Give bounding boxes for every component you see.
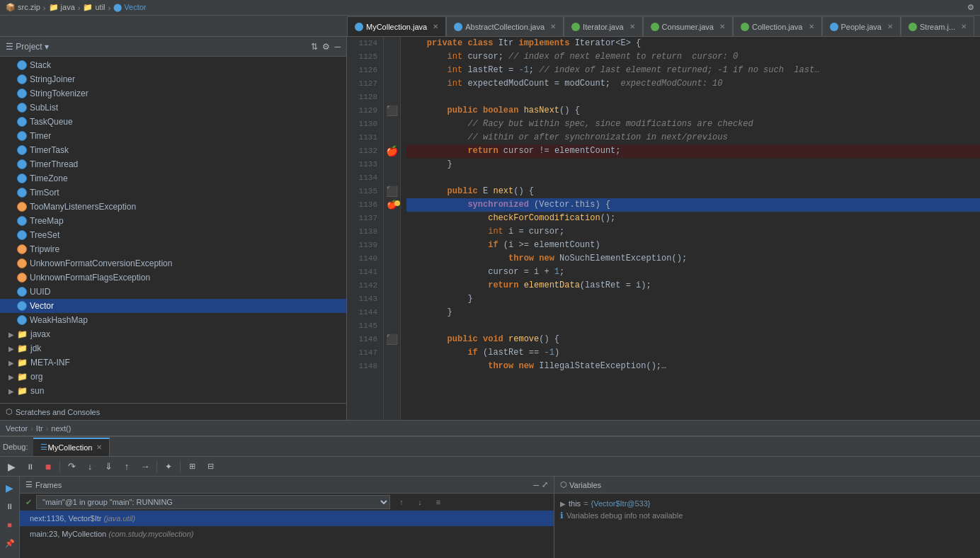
tab-abstractcollection[interactable]: AbstractCollection.java ✕: [446, 16, 564, 36]
frames-list: next:1136, Vector$Itr (java.util) main:2…: [20, 511, 554, 558]
tree-item-stringjoiner[interactable]: StringJoiner: [0, 72, 346, 86]
pause-side-icon[interactable]: ⏸: [1, 498, 18, 515]
tree-item-unknownformatconversionexception[interactable]: UnknownFormatConversionException: [0, 256, 346, 271]
tree-item-tripwire[interactable]: Tripwire: [0, 242, 346, 256]
tree-item-timer[interactable]: Timer: [0, 129, 346, 143]
tree-item-timertask[interactable]: TimerTask: [0, 143, 346, 157]
evaluate-button[interactable]: ✦: [160, 459, 177, 474]
run-to-cursor-button[interactable]: →: [137, 459, 154, 474]
tree-item-timsort[interactable]: TimSort: [0, 186, 346, 200]
class-icon: [17, 159, 27, 169]
tree-item-weakhashmap[interactable]: WeakHashMap: [0, 313, 346, 327]
folder-jdk[interactable]: ▶ 📁 jdk: [0, 341, 346, 355]
gutter-cell: [384, 319, 400, 333]
filter-icon[interactable]: ≡: [431, 495, 445, 509]
tab-close-stream[interactable]: ✕: [961, 23, 967, 30]
code-line: throw new IllegalStateException();…: [406, 360, 980, 373]
class-icon: [17, 188, 27, 198]
tree-item-sublist[interactable]: SubList: [0, 101, 346, 115]
tree-item-timerthread[interactable]: TimerThread: [0, 157, 346, 171]
sidebar-minimize-icon[interactable]: ─: [334, 42, 341, 52]
tree-item-treeset[interactable]: TreeSet: [0, 228, 346, 242]
step-out-button[interactable]: ↑: [118, 459, 135, 474]
tree-item-stack[interactable]: Stack: [0, 58, 346, 72]
scratches-bar[interactable]: ⬡ Scratches and Consoles: [0, 403, 346, 420]
tab-consumer[interactable]: Consumer.java ✕: [643, 16, 733, 36]
tab-iterator[interactable]: Iterator.java ✕: [564, 16, 642, 36]
settings-button2[interactable]: ⊟: [202, 459, 219, 474]
gutter-error-bp: 🍎: [384, 198, 400, 212]
frames-header: ☰ Frames ─ ⤢: [20, 477, 554, 494]
debug-tab-mycollection[interactable]: ☰ MyCollection ✕: [33, 438, 110, 456]
tree-item-timezone[interactable]: TimeZone: [0, 171, 346, 186]
tab-close-consumer[interactable]: ✕: [719, 23, 725, 30]
tree-item-vector[interactable]: Vector: [0, 299, 346, 313]
code-editor: 1124 1125 1126 1127 1128 1129 1130 1131 …: [347, 37, 980, 420]
gutter-bookmark3: ⬛: [384, 333, 400, 346]
code-line: }: [406, 292, 980, 306]
tree-item-label: TimerTask: [30, 145, 69, 155]
tab-people[interactable]: People.java ✕: [822, 16, 901, 36]
settings-icon[interactable]: ⚙: [967, 3, 974, 12]
restore-layout-button[interactable]: ⊞: [183, 459, 200, 474]
tree-item-label: Stack: [30, 60, 51, 70]
code-lines[interactable]: private class Itr implements Iterator<E>…: [401, 37, 980, 420]
tree-item-label: UnknownFormatFlagsException: [30, 273, 150, 283]
resume-side-icon[interactable]: ▶: [1, 479, 18, 496]
folder-icon: 📁: [17, 329, 28, 339]
pause-button[interactable]: ⏸: [21, 459, 38, 474]
var-debug-info-text: Variables debug info not available: [566, 511, 683, 520]
folder-meta-inf[interactable]: ▶ 📁 META-INF: [0, 355, 346, 370]
tab-close-people[interactable]: ✕: [887, 23, 893, 30]
gutter-cell: [384, 360, 400, 373]
thread-selector[interactable]: "main"@1 in group "main": RUNNING: [36, 495, 390, 509]
code-line: [406, 319, 980, 333]
step-into-button[interactable]: ↓: [81, 459, 98, 474]
folder-sun[interactable]: ▶ 📁 sun: [0, 384, 346, 398]
debug-content: ▶ ⏸ ■ 📌 ☰ Frames ─ ⤢ ✔ "main"@1 in group…: [0, 477, 980, 558]
sidebar-sort-icon[interactable]: ⇅: [311, 42, 318, 52]
tree-item-treemap[interactable]: TreeMap: [0, 214, 346, 228]
tree-item-label: TreeMap: [30, 216, 64, 226]
tree-item-taskqueue[interactable]: TaskQueue: [0, 115, 346, 129]
filter-down-icon[interactable]: ↓: [413, 495, 427, 509]
code-line: int expectedModCount = modCount; expecte…: [406, 77, 980, 91]
tree-item-label: StringTokenizer: [30, 89, 89, 98]
gutter-cell: [384, 50, 400, 64]
sidebar-settings-icon[interactable]: ⚙: [322, 42, 330, 52]
folder-org[interactable]: ▶ 📁 org: [0, 370, 346, 384]
tab-close-abstractcollection[interactable]: ✕: [550, 23, 556, 30]
restore-frames-icon[interactable]: ⤢: [542, 480, 548, 489]
tab-close-iterator[interactable]: ✕: [629, 23, 635, 30]
stop-side-icon[interactable]: ■: [1, 516, 18, 533]
class-icon: [17, 103, 27, 113]
resume-button[interactable]: ▶: [3, 459, 20, 474]
stop-button[interactable]: ■: [40, 459, 57, 474]
minimize-frames-icon[interactable]: ─: [533, 481, 539, 489]
class-icon: [17, 60, 27, 70]
step-into-my-code-button[interactable]: ⇓: [100, 459, 117, 474]
tab-close-mycollection[interactable]: ✕: [433, 23, 438, 30]
expand-icon[interactable]: ▶: [560, 500, 566, 508]
gutter-cell: [384, 266, 400, 279]
filter-up-icon[interactable]: ↑: [394, 495, 409, 509]
tree-item-uuid[interactable]: UUID: [0, 285, 346, 299]
tab-stream[interactable]: Stream.j... ✕: [901, 16, 974, 36]
variables-icon: ⬡: [560, 480, 567, 489]
tab-collection[interactable]: Collection.java ✕: [733, 16, 822, 36]
chevron-right-icon: ▶: [8, 373, 14, 381]
gutter-cell: [384, 64, 400, 77]
var-row-this[interactable]: ▶ this = {Vector$Itr@533}: [554, 496, 980, 511]
tree-item-toomanylistenersexception[interactable]: TooManyListenersException: [0, 200, 346, 214]
tree-item-unknownformatflagsexception[interactable]: UnknownFormatFlagsException: [0, 271, 346, 285]
frame-row-main[interactable]: main:23, MyCollection (com.study.mycolle…: [20, 526, 554, 542]
tab-mycollection[interactable]: MyCollection.java ✕: [347, 16, 446, 36]
folder-javax[interactable]: ▶ 📁 javax: [0, 327, 346, 341]
pin-side-icon[interactable]: 📌: [1, 535, 18, 552]
debug-tab-close[interactable]: ✕: [96, 443, 102, 451]
frame-row-current[interactable]: next:1136, Vector$Itr (java.util): [20, 511, 554, 526]
code-area[interactable]: 1124 1125 1126 1127 1128 1129 1130 1131 …: [347, 37, 980, 420]
tab-close-collection[interactable]: ✕: [809, 23, 814, 30]
tree-item-stringtokenizer[interactable]: StringTokenizer: [0, 86, 346, 101]
step-over-button[interactable]: ↷: [63, 459, 80, 474]
